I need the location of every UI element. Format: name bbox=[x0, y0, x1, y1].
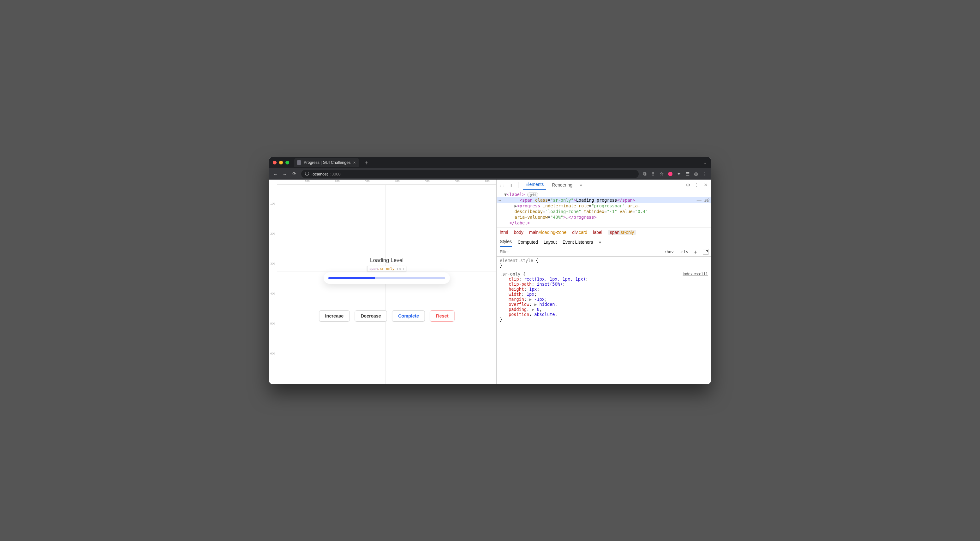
star-icon[interactable]: ☆ bbox=[660, 171, 663, 177]
complete-button[interactable]: Complete bbox=[392, 310, 425, 321]
minimize-icon[interactable] bbox=[279, 161, 283, 164]
forward-icon[interactable]: → bbox=[282, 171, 287, 177]
tab-event-listeners[interactable]: Event Listeners bbox=[563, 240, 593, 245]
breadcrumb[interactable]: html body main#loading-zone div.card lab… bbox=[496, 228, 711, 237]
url-host: localhost bbox=[312, 172, 328, 177]
close-devtools-icon[interactable]: ✕ bbox=[703, 183, 708, 188]
titlebar: Progress | GUI Challenges × ＋ ⌄ bbox=[269, 157, 711, 168]
inspect-icon[interactable]: ⬚ bbox=[499, 183, 505, 188]
progress-track bbox=[328, 277, 445, 279]
reading-list-icon[interactable]: ☰ bbox=[686, 171, 689, 177]
styles-tabs: Styles Computed Layout Event Listeners » bbox=[496, 237, 711, 247]
more-tabs-icon[interactable]: » bbox=[598, 240, 601, 245]
tab-styles[interactable]: Styles bbox=[500, 237, 512, 247]
gear-icon[interactable]: ⚙ bbox=[685, 183, 691, 188]
tab-title: Progress | GUI Challenges bbox=[304, 160, 350, 165]
devtools: ⬚ ▯ Elements Rendering » ⚙ ⋮ ✕ ▼<label> … bbox=[496, 180, 711, 384]
extensions-icon[interactable]: ✦ bbox=[677, 171, 681, 177]
loading-title: Loading Level bbox=[370, 257, 404, 264]
browser-window: Progress | GUI Challenges × ＋ ⌄ ← → ⟳ ⓘ … bbox=[269, 157, 711, 384]
progress-fill bbox=[328, 277, 375, 279]
cls-toggle[interactable]: .cls bbox=[676, 249, 691, 254]
open-icon[interactable]: ⧉ bbox=[643, 171, 647, 177]
url-port: :3000 bbox=[330, 172, 340, 177]
profile-icon[interactable]: ◍ bbox=[694, 171, 698, 177]
styles-filter-row: :hov .cls ＋ bbox=[496, 247, 711, 256]
computed-toggle-icon[interactable] bbox=[703, 249, 708, 255]
window-controls bbox=[273, 161, 289, 164]
element-style-rule[interactable]: element.style { } bbox=[496, 256, 711, 270]
elements-panel[interactable]: ▼<label> grid <span class="sr-only">Load… bbox=[496, 190, 711, 228]
extension-icon[interactable] bbox=[668, 172, 673, 176]
reload-icon[interactable]: ⟳ bbox=[292, 171, 297, 177]
styles-body[interactable]: element.style { } index.css:111 .sr-only… bbox=[496, 256, 711, 384]
devtools-toolbar: ⬚ ▯ Elements Rendering » ⚙ ⋮ ✕ bbox=[496, 180, 711, 190]
more-tabs-icon[interactable]: » bbox=[578, 183, 584, 188]
page-viewport: 100 200 300 400 500 600 700 100 200 300 … bbox=[269, 180, 496, 384]
ruler-vertical: 100 200 300 400 500 600 bbox=[269, 185, 277, 384]
toolbar: ← → ⟳ ⓘ localhost:3000 ⧉ ⇪ ☆ ✦ ☰ ◍ ⋮ bbox=[269, 168, 711, 180]
tab-computed[interactable]: Computed bbox=[517, 240, 538, 245]
tab-rendering[interactable]: Rendering bbox=[549, 180, 575, 190]
kebab-icon[interactable]: ⋮ bbox=[694, 183, 700, 188]
toolbar-actions: ⧉ ⇪ ☆ ✦ ☰ ◍ ⋮ bbox=[643, 171, 707, 177]
share-icon[interactable]: ⇪ bbox=[651, 171, 655, 177]
new-tab-button[interactable]: ＋ bbox=[361, 159, 371, 166]
close-tab-icon[interactable]: × bbox=[353, 160, 355, 165]
sr-only-rule[interactable]: index.css:111 .sr-only { clip: rect(1px,… bbox=[496, 270, 711, 324]
tab-elements[interactable]: Elements bbox=[523, 180, 546, 190]
browser-tab[interactable]: Progress | GUI Challenges × bbox=[294, 158, 359, 167]
hov-toggle[interactable]: :hov bbox=[662, 249, 676, 254]
device-icon[interactable]: ▯ bbox=[508, 183, 514, 188]
chevron-down-icon[interactable]: ⌄ bbox=[703, 160, 707, 165]
reset-button[interactable]: Reset bbox=[430, 310, 455, 321]
info-icon[interactable]: ⓘ bbox=[305, 171, 309, 177]
menu-icon[interactable]: ⋮ bbox=[703, 171, 707, 177]
rule-source-link[interactable]: index.css:111 bbox=[683, 271, 708, 276]
increase-button[interactable]: Increase bbox=[319, 310, 350, 321]
new-rule-icon[interactable]: ＋ bbox=[691, 248, 700, 256]
url-field[interactable]: ⓘ localhost:3000 bbox=[301, 170, 639, 178]
selected-node[interactable]: <span class="sr-only">Loading progress</… bbox=[496, 197, 711, 203]
button-row: Increase Decrease Complete Reset bbox=[319, 310, 455, 321]
progress-card bbox=[324, 272, 450, 284]
styles-filter-input[interactable] bbox=[496, 249, 662, 254]
decrease-button[interactable]: Decrease bbox=[355, 310, 387, 321]
close-icon[interactable] bbox=[273, 161, 277, 164]
tab-layout[interactable]: Layout bbox=[544, 240, 557, 245]
favicon-icon bbox=[297, 160, 301, 165]
ruler-horizontal: 100 200 300 400 500 600 700 bbox=[277, 180, 496, 185]
back-icon[interactable]: ← bbox=[273, 171, 278, 177]
maximize-icon[interactable] bbox=[285, 161, 289, 164]
